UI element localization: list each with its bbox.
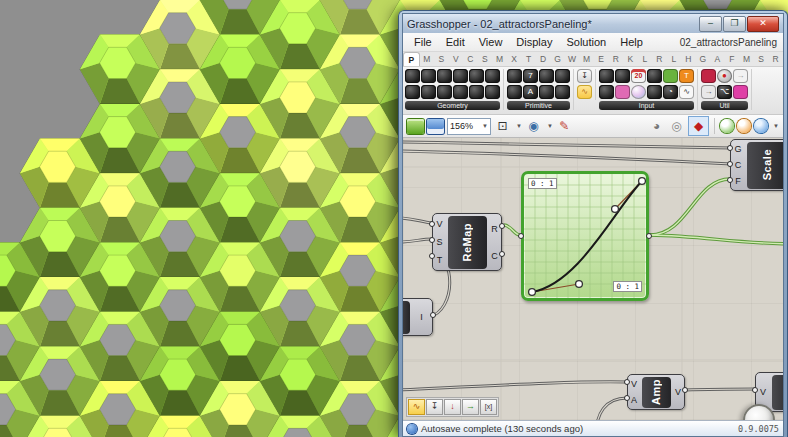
toolbar-group-label[interactable]: Primitive	[507, 101, 570, 110]
toolbar-icon-hex[interactable]	[453, 69, 468, 83]
tab-r-25[interactable]: R	[768, 52, 783, 66]
close-button[interactable]: ✕	[747, 16, 779, 32]
toolbar-icon-hex[interactable]	[469, 69, 484, 83]
port-in[interactable]: F	[735, 176, 741, 186]
tab-s-5[interactable]: S	[478, 52, 493, 66]
port-out[interactable]: C	[491, 251, 498, 261]
toolbar-icon-flask[interactable]	[733, 85, 748, 99]
tab-f-22[interactable]: F	[725, 52, 740, 66]
toolbar-icon-green[interactable]	[663, 69, 678, 83]
toolbar-icon-hex7[interactable]: 7	[523, 69, 538, 83]
toolbar-icon-cherry[interactable]	[701, 69, 716, 83]
menu-view[interactable]: View	[472, 35, 510, 49]
toolbar-icon-hex[interactable]	[453, 85, 468, 99]
curve-handle[interactable]	[612, 206, 619, 213]
tab-r-17[interactable]: R	[652, 52, 667, 66]
menu-solution[interactable]: Solution	[559, 35, 613, 49]
tab-s-2[interactable]: S	[434, 52, 449, 66]
port-out[interactable]: R	[491, 224, 498, 234]
toolbar-icon-hex[interactable]	[539, 85, 554, 99]
toolbar-icon-tree[interactable]: ⌥	[717, 85, 732, 99]
toolbar-icon-pink[interactable]	[615, 85, 630, 99]
open-file-icon[interactable]	[407, 119, 424, 134]
port-in[interactable]: V	[760, 387, 766, 397]
tab-a-21[interactable]: A	[710, 52, 725, 66]
node-left-partial[interactable]: I	[403, 298, 433, 336]
toolbar-icon-hex[interactable]	[485, 69, 500, 83]
curve-handle[interactable]	[576, 281, 583, 288]
toolbar-icon-hex[interactable]	[507, 69, 522, 83]
chevron-down-icon[interactable]: ▼	[547, 123, 553, 129]
import-icon[interactable]: ↧	[426, 399, 443, 415]
minimize-button[interactable]: –	[699, 16, 722, 32]
toolbar-icon-hex[interactable]	[647, 69, 662, 83]
toolbar-icon-arrow[interactable]: →	[701, 85, 716, 99]
toolbar-icon-hex[interactable]	[437, 85, 452, 99]
tree-right-icon[interactable]: →	[462, 399, 479, 415]
toolbar-group-label[interactable]: Geometry	[405, 101, 500, 110]
sketch-tool-icon[interactable]: ∿	[408, 399, 425, 415]
toolbar-icon-hex[interactable]	[555, 69, 570, 83]
preview-blue-icon[interactable]	[754, 119, 768, 133]
toolbar-icon-hex[interactable]	[421, 85, 436, 99]
toolbar-icon-curve[interactable]: ∿	[679, 85, 694, 99]
menu-file[interactable]: File	[407, 35, 439, 49]
shaded-preview-selected[interactable]: ◆	[688, 116, 709, 136]
tab-r-14[interactable]: R	[608, 52, 623, 66]
toolbar-group-label[interactable]: Input	[599, 101, 694, 110]
chevron-down-icon[interactable]: ▼	[482, 123, 488, 129]
expression-icon[interactable]: [x]	[480, 399, 497, 415]
gh-canvas[interactable]: V S T ReMap R C	[403, 138, 783, 420]
chevron-down-icon[interactable]: ▼	[516, 123, 522, 129]
toolbar-icon-sphere[interactable]	[631, 85, 646, 99]
toolbar-icon-hexA[interactable]: A	[523, 85, 538, 99]
tab-p-0[interactable]: P	[403, 52, 420, 66]
tab-c-4[interactable]: C	[463, 52, 478, 66]
tab-m-1[interactable]: M	[420, 52, 435, 66]
node-amp[interactable]: V A Amp V	[627, 374, 685, 410]
port-in[interactable]: C	[735, 160, 742, 170]
tab-l-16[interactable]: L	[638, 52, 653, 66]
toolbar-icon-hex[interactable]	[485, 85, 500, 99]
port-in[interactable]: G	[734, 144, 741, 154]
preview-orange-icon[interactable]	[737, 119, 751, 133]
menu-display[interactable]: Display	[509, 35, 559, 49]
preview-green-icon[interactable]	[720, 119, 734, 133]
toolbar-icon-hex[interactable]	[555, 85, 570, 99]
tab-w-11[interactable]: W	[565, 52, 580, 66]
chevron-down-icon[interactable]: ▼	[773, 123, 779, 129]
tab-m-6[interactable]: M	[492, 52, 507, 66]
node-graph-mapper[interactable]: 0 : 1 0 : 1	[521, 171, 649, 301]
maximize-button[interactable]: ❐	[723, 16, 746, 32]
toolbar-icon-hex[interactable]	[615, 69, 630, 83]
toolbar-icon-ballr[interactable]: ●	[717, 69, 732, 83]
toolbar-icon-hex[interactable]	[421, 69, 436, 83]
tab-g-10[interactable]: G	[550, 52, 565, 66]
toolbar-icon-hex[interactable]	[405, 85, 420, 99]
toolbar-icon-hex[interactable]	[599, 69, 614, 83]
port-in[interactable]: V	[436, 219, 442, 229]
port-out[interactable]: V	[675, 387, 681, 397]
title-bar[interactable]: Grasshopper - 02_attractorsPaneling* – ❐…	[403, 14, 783, 33]
toolbar-icon-hex[interactable]	[469, 85, 484, 99]
tab-s-24[interactable]: S	[754, 52, 769, 66]
tab-m-12[interactable]: M	[579, 52, 594, 66]
tab-e-13[interactable]: E	[594, 52, 609, 66]
toolbar-icon-hex[interactable]	[539, 69, 554, 83]
tab-g-20[interactable]: G	[696, 52, 711, 66]
toolbar-icon-hex[interactable]	[405, 69, 420, 83]
tree-down-icon[interactable]: ↓	[444, 399, 461, 415]
port-in[interactable]: T	[437, 255, 443, 265]
toolbar-group-label[interactable]: Util	[701, 101, 748, 110]
toolbar-icon-imp[interactable]: ↧	[577, 69, 592, 83]
toolbar-icon-arrow2[interactable]: →	[733, 69, 748, 83]
tab-h-19[interactable]: H	[681, 52, 696, 66]
hat-preview-icon[interactable]: ◕	[648, 119, 665, 134]
toolbar-icon-orangeT[interactable]: T	[679, 69, 694, 83]
save-file-icon[interactable]	[427, 119, 444, 134]
tab-d-9[interactable]: D	[536, 52, 551, 66]
zoom-extents-icon[interactable]: ⊡	[494, 119, 511, 134]
tab-k-15[interactable]: K	[623, 52, 638, 66]
port-out[interactable]: I	[420, 312, 423, 322]
toolbar-icon-hex[interactable]	[507, 85, 522, 99]
